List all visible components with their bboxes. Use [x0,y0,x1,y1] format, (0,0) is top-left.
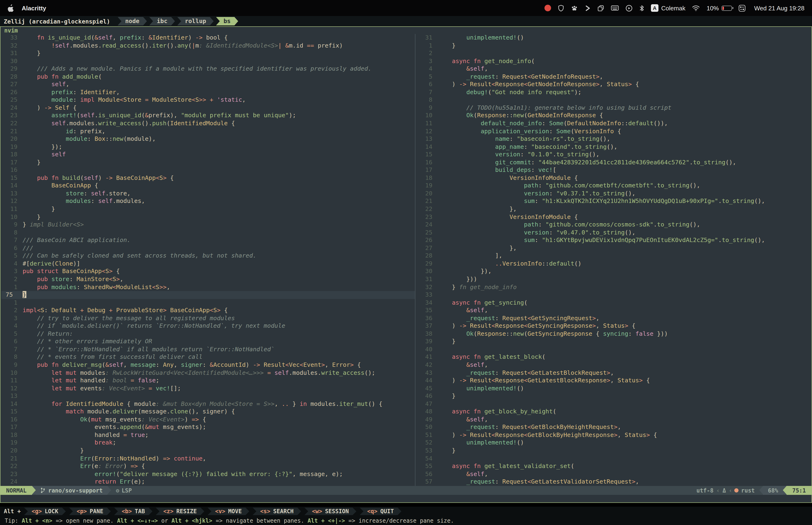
code-line[interactable]: 13 [1,392,415,400]
code-line[interactable]: 7 debug!("Got node info request"); [416,89,812,96]
bluetooth-icon[interactable] [639,4,644,12]
code-line[interactable]: 15 version: "0.1.0".to_string(), [416,151,812,159]
code-line[interactable]: 10 let mut modules: RwLockWriteGuard<Vec… [1,369,415,377]
code-line[interactable]: 1 pub modules: SharedRw<ModuleList<S>>, [1,283,415,291]
input-source-menu[interactable]: A Colemak [651,4,685,12]
code-line[interactable]: 6 // * other errors immediately OR [1,338,415,346]
editor-pane-left[interactable]: 33 fn is_unique_id(&self, prefix: &Ident… [0,34,415,486]
code-line[interactable]: 29 ..VersionInfo::default() [416,260,812,268]
code-line[interactable]: 19 break; [1,439,415,447]
code-line[interactable]: 49 &self, [416,416,812,423]
code-line[interactable]: 20 module: Box::new(module), [1,135,415,143]
code-line[interactable]: 46 } [416,392,812,400]
code-line[interactable]: 27 self, [1,81,415,89]
code-line[interactable]: 31 unimplemented!() [416,34,812,42]
code-line[interactable]: 18 VersionInfoModule { [416,174,812,182]
code-line[interactable]: 75} [1,291,415,299]
tab-bs[interactable]: bs [216,17,238,26]
code-line[interactable]: 10 } [1,213,415,221]
red-badge-icon[interactable] [545,5,551,11]
code-line[interactable]: 30 }), [416,268,812,275]
code-line[interactable]: 2 [416,49,812,57]
code-line[interactable]: 13 store: self.store, [1,190,415,197]
code-line[interactable]: 36 _request: Request<GetSyncingRequest>, [416,314,812,322]
code-line[interactable]: 1 [1,299,415,306]
code-line[interactable]: 2impl<S: Default + Debug + ProvableStore… [1,306,415,314]
menu-bar-app-name[interactable]: Alacritty [22,4,46,12]
code-line[interactable]: 8 // * events from first successful deli… [1,354,415,361]
code-line[interactable]: 12 application_version: Some(VersionInfo… [416,127,812,135]
code-line[interactable]: 47 [416,400,812,408]
code-line[interactable]: 29 /// Adds a new module. Panics if a mo… [1,65,415,73]
code-line[interactable]: 9 // TODO(hu55a1n1): generate below info… [416,104,812,112]
chevron-right-icon[interactable] [585,4,591,12]
code-line[interactable]: 43 _request: Request<GetLatestBlockReque… [416,369,812,377]
code-line[interactable]: 22 Err(e: Error) => { [1,462,415,470]
menu-bar-clock[interactable]: Wed 21 Aug 19:28 [754,4,805,12]
wifi-icon[interactable] [692,5,700,11]
code-line[interactable]: 13 name: "basecoin-rs".to_string(), [416,135,812,143]
control-center-icon[interactable] [739,4,746,12]
code-line[interactable]: 22 }, [416,205,812,213]
code-line[interactable]: 4 &self, [416,65,812,73]
code-line[interactable]: 42 &self, [416,361,812,369]
code-line[interactable]: 2 pub store: MainStore<S>, [1,275,415,283]
code-line[interactable]: 21 sum: "h1:KLxkQTK2hICXYq21U2hn1W5hOVYU… [416,197,812,205]
code-line[interactable]: 24 return Err(e); [1,478,415,486]
code-line[interactable]: 17 build_deps: vec![ [416,166,812,174]
code-line[interactable]: 9 pub fn deliver_msg(&self, message: Any… [1,361,415,369]
code-line[interactable]: 32 !self.modules.read_access().iter().an… [1,42,415,49]
code-line[interactable]: 53 } [416,447,812,455]
code-line[interactable]: 4#[derive(Clone)] [1,260,415,268]
code-line[interactable]: 20 } [1,447,415,455]
code-line[interactable]: 48 async fn get_block_by_height( [416,408,812,416]
code-line[interactable]: 27 }, [416,244,812,252]
code-line[interactable]: 5/// Can be safely cloned and sent acros… [1,252,415,260]
code-line[interactable]: 57 _request: Request<GetLatestValidatorS… [416,478,812,486]
code-line[interactable]: 7/// BaseCoin ABCI application. [1,236,415,244]
code-line[interactable]: 33 fn is_unique_id(&self, prefix: &Ident… [1,34,415,42]
code-line[interactable]: 8 [1,229,415,236]
play-circle-icon[interactable] [625,4,633,12]
code-line[interactable]: 19 }); [1,143,415,151]
code-line[interactable]: 28 pub fn add_module( [1,73,415,80]
tab-ibc[interactable]: ibc [149,17,175,26]
code-line[interactable]: 32 } fn get_node_info [416,283,812,291]
keyboard-icon[interactable] [611,5,619,11]
code-line[interactable]: 3 // try to deliver the message to all r… [1,314,415,322]
tab-node[interactable]: node [118,17,147,26]
code-line[interactable]: 24 ) -> Self { [1,104,415,112]
code-line[interactable]: 4 // if `module.deliver()` returns `Erro… [1,322,415,330]
code-line[interactable]: 22 self.modules.write_access().push(Iden… [1,120,415,127]
code-line[interactable]: 50 _request: Request<GetBlockByHeightReq… [416,423,812,431]
code-line[interactable]: 15 match module.deliver(message.clone(),… [1,408,415,416]
code-line[interactable]: 12 modules: self.modules, [1,197,415,205]
code-line[interactable]: 3pub struct BaseCoinApp<S> { [1,268,415,275]
code-line[interactable]: 5 _request: Request<GetNodeInfoRequest>, [416,73,812,80]
code-line[interactable]: 11 } [1,205,415,213]
code-line[interactable]: 11 default_node_info: Some(DefaultNodeIn… [416,120,812,127]
battery-menu[interactable]: 10% [707,4,732,12]
code-line[interactable]: 1 } [416,42,812,49]
code-line[interactable]: 14 for IdentifiedModule { module: &mut B… [1,400,415,408]
code-line[interactable]: 18 self [1,151,415,159]
code-line[interactable]: 40 [416,346,812,354]
code-line[interactable]: 26 sum: "h1:GKYtBpvjwuDEVix1vdnQpq7PuEOn… [416,236,812,244]
code-line[interactable]: 14 BaseCoinApp { [1,182,415,190]
code-line[interactable]: 3 async fn get_node_info( [416,57,812,65]
code-line[interactable]: 18 handled = true; [1,431,415,439]
code-line[interactable]: 20 version: "v0.37.1".to_string(), [416,190,812,197]
code-line[interactable]: 12 let mut events: Vec<Event> = vec![]; [1,385,415,392]
code-line[interactable]: 31 } [1,49,415,57]
code-line[interactable]: 38 Ok(Response::new(GetSyncingResponse {… [416,330,812,338]
code-line[interactable]: 21 id: prefix, [1,127,415,135]
code-line[interactable]: 51 ) -> Result<Response<GetBlockByHeight… [416,431,812,439]
code-line[interactable]: 23 assert!(self.is_unique_id(&prefix), "… [1,112,415,120]
code-line[interactable]: 9} impl Builder<S> [1,221,415,229]
code-line[interactable]: 30 [1,57,415,65]
code-line[interactable]: 21 Err(Error::NotHandled) => continue, [1,455,415,462]
layers-icon[interactable] [597,4,604,12]
code-line[interactable]: 14 app_name: "basecoind".to_string(), [416,143,812,151]
code-line[interactable]: 56 &self, [416,470,812,478]
code-line[interactable]: 31 })) [416,275,812,283]
